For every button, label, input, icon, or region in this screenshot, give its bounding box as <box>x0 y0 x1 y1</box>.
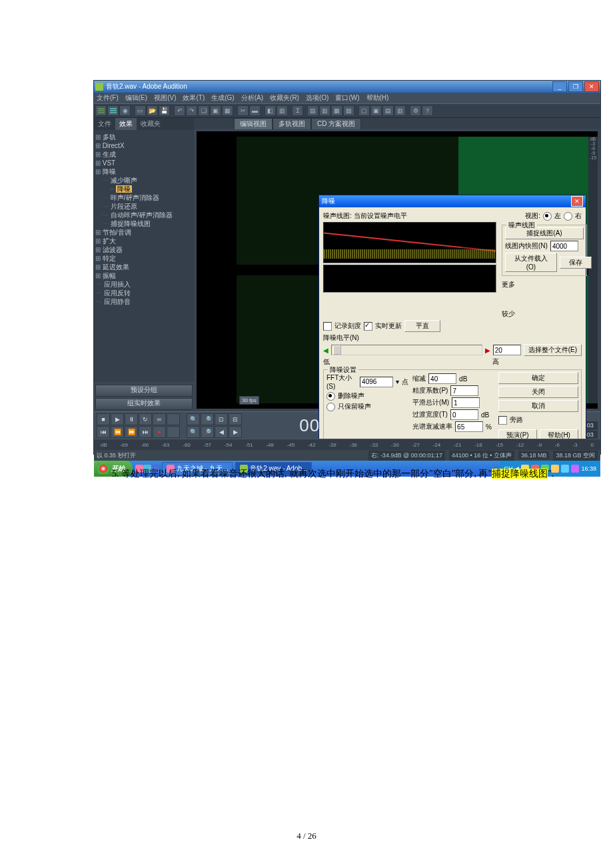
btn6[interactable] <box>167 413 180 425</box>
sidetab-effects[interactable]: 效果 <box>115 118 137 130</box>
tool-view4-icon[interactable]: ▥ <box>394 105 406 116</box>
tool-multitrack-icon[interactable] <box>107 105 119 116</box>
precision-input[interactable] <box>450 385 478 396</box>
minimize-button[interactable]: _ <box>552 81 567 92</box>
close-button[interactable]: ✕ <box>584 81 599 92</box>
radio-right[interactable] <box>564 212 572 221</box>
tool-view2-icon[interactable]: ▣ <box>370 105 382 116</box>
tree-leaf[interactable]: 片段还原 <box>95 202 193 211</box>
tree-node-noise[interactable]: 降噪 <box>95 167 193 176</box>
zoom-sel-icon[interactable]: ⊟ <box>229 413 242 425</box>
tool-spectral3-icon[interactable]: ▦ <box>331 105 342 116</box>
maximize-button[interactable]: ❐ <box>568 81 583 92</box>
stop-button[interactable]: ■ <box>97 413 110 425</box>
tree-leaf[interactable]: 捕捉降噪线图 <box>95 219 193 228</box>
menu-help[interactable]: 帮助(H) <box>366 93 389 103</box>
tool-spectral4-icon[interactable]: ▧ <box>343 105 354 116</box>
tool-open-icon[interactable]: 📂 <box>147 105 158 116</box>
bypass-checkbox[interactable] <box>498 416 507 425</box>
radio-remove-noise[interactable] <box>326 392 335 401</box>
pause-button[interactable]: ⏸ <box>125 413 138 425</box>
tool-mix-icon[interactable]: ▦ <box>222 105 233 116</box>
dialog-close-icon[interactable]: ✕ <box>571 196 583 207</box>
dropdown-icon[interactable]: ▾ <box>396 378 399 385</box>
tool-save-icon[interactable]: 💾 <box>159 105 170 116</box>
transition-input[interactable] <box>450 409 478 420</box>
preset-group-button[interactable]: 预设分组 <box>95 385 193 397</box>
menu-view[interactable]: 视图(V) <box>154 93 176 103</box>
sidetab-favorites[interactable]: 收藏夹 <box>137 118 165 130</box>
nr-level-input[interactable] <box>493 345 521 355</box>
close-dialog-button[interactable]: 关闭 <box>498 386 578 398</box>
loop-button[interactable]: ↻ <box>139 413 152 425</box>
viewtab-multitrack[interactable]: 多轨视图 <box>273 118 311 129</box>
zoom-right-icon[interactable]: ▶ <box>229 426 242 438</box>
ok-button[interactable]: 确定 <box>498 372 578 384</box>
tree-leaf[interactable]: 应用静音 <box>95 297 193 306</box>
tool-paste-icon[interactable]: ▣ <box>210 105 221 116</box>
tool-help-icon[interactable]: ? <box>422 105 433 116</box>
go-start-button[interactable]: ⏮ <box>97 426 110 438</box>
realtime-update-checkbox[interactable] <box>364 322 372 331</box>
tree-node[interactable]: 生成 <box>95 150 193 159</box>
cancel-button[interactable]: 取消 <box>498 400 578 412</box>
tool-spectral2-icon[interactable]: ▥ <box>319 105 330 116</box>
tree-node[interactable]: 延迟效果 <box>95 263 193 271</box>
radio-left[interactable] <box>543 212 552 221</box>
menu-generate[interactable]: 生成(G) <box>211 93 234 103</box>
tree-leaf[interactable]: 应用插入 <box>95 280 193 289</box>
play-button[interactable]: ▶ <box>111 413 124 425</box>
reduction-graph[interactable] <box>323 265 496 293</box>
menu-file[interactable]: 文件(F) <box>97 93 119 103</box>
forward-button[interactable]: ⏩ <box>125 426 138 438</box>
tool-view3-icon[interactable]: ▤ <box>382 105 394 116</box>
dialog-title-bar[interactable]: 降噪 ✕ <box>319 195 586 207</box>
menu-window[interactable]: 窗口(W) <box>335 93 359 103</box>
zoom-in-h-icon[interactable]: 🔍 <box>187 413 200 425</box>
rewind-button[interactable]: ⏪ <box>111 426 124 438</box>
tool-redo-icon[interactable]: ↷ <box>186 105 197 116</box>
select-entire-file-button[interactable]: 选择整个文件(E) <box>524 344 582 356</box>
tool-spectral1-icon[interactable]: ▤ <box>307 105 318 116</box>
tool-new-icon[interactable]: ▭ <box>135 105 146 116</box>
reduce-by-input[interactable] <box>428 373 456 384</box>
realtime-effects-button[interactable]: 组实时效果 <box>95 398 193 410</box>
nr-level-slider[interactable] <box>331 345 482 355</box>
smoothing-input[interactable] <box>452 397 480 408</box>
tree-node[interactable]: DirectX <box>95 141 193 150</box>
loop2-button[interactable]: ∞ <box>153 413 166 425</box>
tree-node[interactable]: 节拍/音调 <box>95 228 193 237</box>
clock[interactable]: 16:38 <box>581 465 596 472</box>
tool-cut-icon[interactable]: ▬ <box>249 105 261 116</box>
zoom-full-icon[interactable]: ⊡ <box>215 413 228 425</box>
load-file-button[interactable]: 从文件载入(O) <box>505 253 557 272</box>
zoom-left-icon[interactable]: ◀ <box>215 426 228 438</box>
tool-undo-icon[interactable]: ↶ <box>174 105 185 116</box>
menu-favorites[interactable]: 收藏夹(R) <box>270 93 299 103</box>
tool-copy-icon[interactable]: ❏ <box>198 105 209 116</box>
menu-analyze[interactable]: 分析(A) <box>241 93 263 103</box>
spectral-decay-input[interactable] <box>455 421 483 432</box>
tree-node[interactable]: 多轨 <box>95 133 193 141</box>
fft-size-input[interactable] <box>360 377 393 387</box>
effects-tree[interactable]: 多轨 DirectX 生成 VST 降噪 减少嘶声 降噪 咔声/砰声消除器 片段… <box>94 130 194 382</box>
btn12[interactable] <box>167 426 180 438</box>
snapshot-input[interactable] <box>550 241 578 251</box>
tree-node[interactable]: VST <box>95 159 193 167</box>
tool-edit-icon[interactable] <box>95 105 107 116</box>
go-end-button[interactable]: ⏭ <box>139 426 152 438</box>
viewtab-cd[interactable]: CD 方案视图 <box>311 118 361 129</box>
tool-view1-icon[interactable]: ▢ <box>358 105 370 116</box>
tool-cursor-icon[interactable]: Ꮖ <box>292 105 303 116</box>
menu-effects[interactable]: 效果(T) <box>183 93 205 103</box>
tree-node[interactable]: 扩大 <box>95 237 193 245</box>
tool-group-icon[interactable]: ▥ <box>277 105 288 116</box>
tree-leaf[interactable]: 应用反转 <box>95 289 193 297</box>
flat-button[interactable]: 平直 <box>404 320 440 332</box>
zoom-in-v-icon[interactable]: 🔍 <box>187 426 200 438</box>
record-button[interactable]: ● <box>153 426 166 438</box>
tree-leaf[interactable]: 咔声/砰声消除器 <box>95 193 193 202</box>
menu-edit[interactable]: 编辑(E) <box>125 93 147 103</box>
tree-leaf[interactable]: 减少嘶声 <box>95 176 193 185</box>
log-scale-checkbox[interactable] <box>323 322 332 331</box>
